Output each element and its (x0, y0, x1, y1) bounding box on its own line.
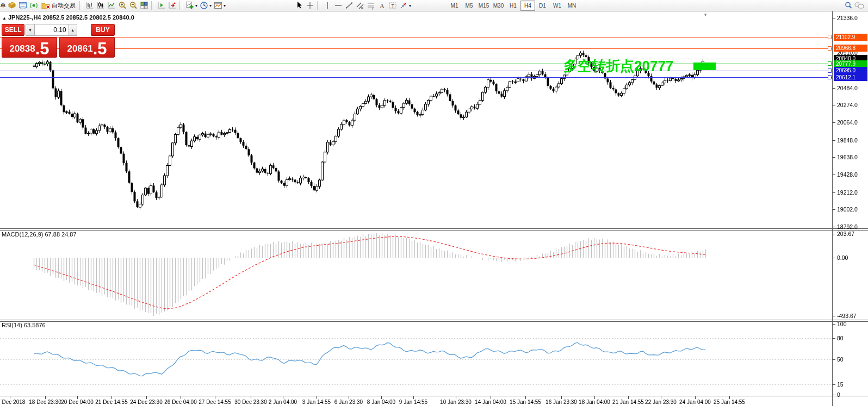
price-tick-label: 19638.0 (837, 154, 858, 160)
market-watch-icon[interactable] (7, 1, 17, 10)
time-axis-label: 22 Jan 23:30 (645, 399, 677, 405)
time-axis-label: 10 Jan 23:30 (440, 399, 472, 405)
timeframe-M1[interactable]: M1 (447, 1, 462, 11)
svg-text:F: F (372, 7, 374, 10)
time-axis-label: 3 Jan 14:55 (302, 399, 331, 405)
toolbar-separator (79, 1, 83, 10)
chart-shift-marker-icon: ▾ (704, 12, 707, 17)
text-label-icon[interactable]: T (387, 1, 398, 10)
timeframe-H1[interactable]: H1 (506, 1, 520, 11)
timeframe-M30[interactable]: M30 (491, 1, 506, 11)
vertical-line-icon[interactable] (322, 1, 333, 10)
periods-clock-icon[interactable] (199, 1, 209, 10)
chat-icon[interactable] (854, 1, 865, 10)
sell-price-button[interactable]: 20838 .5 (2, 37, 57, 58)
time-axis-label: 21 Dec 14:55 (95, 399, 128, 405)
timeframe-group: M1M5M15M30H1H4D1W1MN (447, 0, 579, 11)
macd-scale-label: 203.67 (837, 231, 854, 237)
sell-price-fraction: .5 (35, 41, 49, 57)
buy-price-main: 20861 (67, 43, 92, 54)
volume-increase-button[interactable]: ▲ (69, 24, 77, 36)
equidistant-channel-icon[interactable]: E (355, 1, 365, 10)
macd-indicator-label: MACD(12,26,9) 67.88 24.87 (2, 231, 77, 238)
price-level-badge: 20966.8 (834, 45, 867, 52)
price-tick-label: 19428.0 (837, 171, 858, 178)
time-axis-label: 16 Jan 23:30 (545, 399, 577, 405)
timeframe-H4[interactable]: H4 (520, 1, 535, 11)
timeframe-W1[interactable]: W1 (550, 1, 565, 11)
svg-text:T: T (392, 3, 395, 9)
price-tick-label: 21336.0 (837, 15, 858, 21)
time-axis-label: 27 Dec 14:55 (199, 399, 231, 405)
periods-dropdown-arrow[interactable]: ▾ (209, 3, 212, 8)
fibonacci-icon[interactable]: F (365, 1, 376, 10)
rsi-scale-label: 100 (837, 321, 847, 327)
time-axis-label: 21 Jan 14:55 (612, 399, 644, 405)
zoom-in-icon[interactable] (117, 1, 128, 10)
trendline-icon[interactable] (344, 1, 355, 10)
tile-windows-icon[interactable] (139, 1, 150, 10)
chart-plot[interactable] (0, 0, 868, 411)
rsi-scale-label: 0 (837, 391, 840, 398)
cursor-icon[interactable] (294, 1, 305, 10)
time-axis-label: 18 Dec 23:30 (29, 399, 61, 405)
volume-input[interactable] (35, 24, 69, 36)
autotrading-label: 自动交易 (52, 2, 76, 10)
templates-dropdown-arrow[interactable]: ▾ (224, 3, 226, 8)
zoom-out-icon[interactable] (128, 1, 139, 10)
indicators-add-icon[interactable] (184, 1, 195, 10)
arrows-dropdown-arrow[interactable]: ▾ (409, 3, 411, 8)
price-tick-label: 19212.0 (837, 189, 858, 196)
candlestick-icon[interactable] (95, 1, 106, 10)
price-tick-label: 20064.0 (837, 119, 858, 126)
price-tick-label: 20274.0 (837, 102, 858, 108)
price-tick-label: 20484.0 (837, 85, 858, 91)
price-tick-label: 19848.0 (837, 137, 858, 144)
time-axis-label: 26 Dec 04:00 (164, 399, 197, 405)
new-order-button[interactable]: 单 (0, 2, 7, 10)
sell-button[interactable]: SELL (2, 24, 24, 36)
rsi-scale-label: 15 (837, 381, 844, 388)
line-chart-icon[interactable] (106, 1, 117, 10)
toolbar-separator (179, 1, 183, 10)
buy-price-button[interactable]: 20861 .5 (59, 37, 115, 58)
autotrading-button[interactable]: 自动交易 (39, 1, 78, 10)
text-tool-icon[interactable]: A (376, 1, 387, 10)
time-axis-label: 20 Dec 04:00 (61, 399, 94, 405)
arrows-tool-icon[interactable] (398, 1, 409, 10)
search-icon[interactable] (843, 1, 854, 10)
auto-scroll-icon[interactable] (167, 1, 178, 10)
time-axis-label: 24 Dec 23:30 (130, 399, 163, 405)
timeframe-D1[interactable]: D1 (535, 1, 550, 11)
signal-icon[interactable] (28, 1, 39, 10)
timeframe-M5[interactable]: M5 (462, 1, 476, 11)
price-level-badge: 20612.1 (834, 74, 867, 81)
chart-shift-icon[interactable] (156, 1, 167, 10)
horizontal-line-icon[interactable] (333, 1, 344, 10)
timeframe-M15[interactable]: M15 (476, 1, 491, 11)
buy-button[interactable]: BUY (91, 24, 115, 36)
templates-icon[interactable] (213, 1, 224, 10)
chart-window-icon[interactable] (17, 1, 28, 10)
price-level-badge: 20695.0 (834, 67, 867, 74)
indicators-dropdown-arrow[interactable]: ▾ (195, 3, 197, 8)
time-axis-label: 18 Jan 04:00 (579, 399, 610, 405)
timeframe-MN[interactable]: MN (565, 1, 579, 11)
volume-decrease-button[interactable]: ▼ (26, 24, 34, 36)
time-axis-label: 24 Jan 04:00 (679, 399, 711, 405)
price-level-badge: 20777.9 (834, 60, 867, 67)
time-axis: 17 Dec 201818 Dec 23:3020 Dec 04:0021 De… (0, 399, 832, 407)
time-axis-label: 15 Jan 14:55 (510, 399, 541, 405)
svg-text:A: A (380, 2, 385, 10)
bar-chart-icon[interactable] (84, 1, 95, 10)
price-tick-label: 18792.0 (837, 223, 858, 230)
time-axis-label: 25 Jan 14:55 (714, 399, 745, 405)
chart-ohlc-values: 20852.5 20852.5 20802.5 20840.0 (43, 14, 134, 21)
chart-title-marker-icon: ▲ (2, 16, 7, 21)
toolbar-separator (317, 1, 320, 10)
chart-annotation-text: 多空转折点20777 (563, 57, 673, 76)
price-axis: 21336.020910.020484.020274.020064.019848… (833, 11, 868, 406)
time-axis-label: 8 Jan 04:00 (367, 399, 395, 405)
crosshair-icon[interactable] (305, 1, 315, 10)
sell-price-main: 20838 (9, 43, 35, 54)
